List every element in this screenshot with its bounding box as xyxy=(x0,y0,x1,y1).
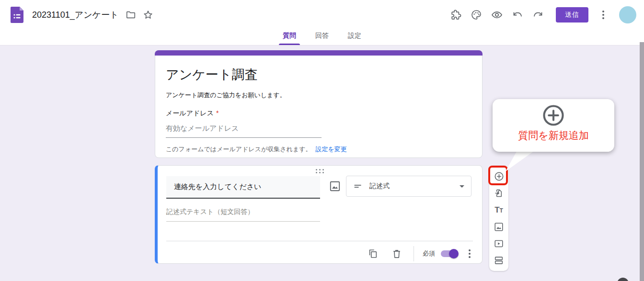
document-title[interactable]: 20231101_アンケート xyxy=(32,9,118,21)
form-description[interactable]: アンケート調査のご協力をお願いします。 xyxy=(166,91,286,100)
question-card: 連絡先を入力してください 記述式 記述式テキスト（短文回答） xyxy=(155,165,483,264)
forms-logo-icon[interactable] xyxy=(11,7,23,23)
send-button[interactable]: 送信 xyxy=(556,7,588,22)
help-button-peek[interactable] xyxy=(617,278,629,281)
add-section-icon[interactable] xyxy=(493,255,505,266)
question-type-dropdown[interactable]: 記述式 xyxy=(346,176,472,197)
required-asterisk: * xyxy=(216,109,218,117)
drag-handle-icon[interactable] xyxy=(316,169,324,173)
google-forms-editor: 20231101_アンケート xyxy=(0,0,644,281)
email-collection-notice: このフォームではメールアドレスが収集されます。設定を変更 xyxy=(166,145,347,154)
required-toggle[interactable] xyxy=(441,250,457,257)
question-actions: 必須 xyxy=(368,244,475,264)
plus-circle-icon xyxy=(541,103,566,128)
email-field-label: メールアドレス* xyxy=(166,109,218,118)
account-avatar[interactable] xyxy=(619,6,636,23)
question-more-icon[interactable] xyxy=(464,249,475,258)
form-header-card: アンケート調査 アンケート調査のご協力をお願いします。 メールアドレス* 有効な… xyxy=(155,50,483,158)
redo-icon[interactable] xyxy=(532,9,544,21)
callout-tail xyxy=(501,150,539,174)
annotation-callout: 質問を新規追加 xyxy=(493,99,614,152)
insert-toolbar: TT xyxy=(489,166,508,271)
duplicate-icon[interactable] xyxy=(368,248,378,259)
email-input[interactable]: 有効なメールアドレス xyxy=(166,124,322,138)
scrollbar[interactable] xyxy=(640,42,644,281)
add-image-icon[interactable] xyxy=(329,180,341,192)
add-image-toolbar-icon[interactable] xyxy=(493,221,505,233)
toolbar-separator xyxy=(414,246,414,261)
import-questions-icon[interactable] xyxy=(493,187,505,199)
form-title[interactable]: アンケート調査 xyxy=(166,66,258,83)
delete-icon[interactable] xyxy=(391,248,402,259)
tab-settings[interactable]: 設定 xyxy=(345,30,364,45)
question-title-input[interactable]: 連絡先を入力してください xyxy=(166,176,320,199)
required-label: 必須 xyxy=(423,249,435,258)
short-answer-placeholder: 記述式テキスト（短文回答） xyxy=(166,208,320,222)
top-bar: 20231101_アンケート xyxy=(0,0,644,30)
callout-text: 質問を新規追加 xyxy=(518,129,589,142)
question-type-label: 記述式 xyxy=(369,182,390,191)
folder-icon[interactable] xyxy=(125,9,137,21)
short-answer-icon xyxy=(353,181,363,191)
dropdown-caret-icon xyxy=(460,185,464,188)
tab-questions[interactable]: 質問 xyxy=(280,30,299,45)
tab-responses[interactable]: 回答 xyxy=(312,30,332,45)
theme-color-bar xyxy=(155,50,483,56)
change-settings-link[interactable]: 設定を変更 xyxy=(315,146,346,153)
preview-eye-icon[interactable] xyxy=(491,9,503,21)
more-options-icon[interactable] xyxy=(598,11,609,19)
form-canvas: アンケート調査 アンケート調査のご協力をお願いします。 メールアドレス* 有効な… xyxy=(0,45,644,281)
star-icon[interactable] xyxy=(142,9,154,21)
add-title-icon[interactable]: TT xyxy=(493,204,505,215)
add-video-icon[interactable] xyxy=(493,238,505,249)
editor-tabs: 質問 回答 設定 xyxy=(0,30,644,45)
palette-icon[interactable] xyxy=(471,9,482,21)
addons-icon[interactable] xyxy=(450,9,461,21)
card-divider xyxy=(166,241,473,241)
undo-icon[interactable] xyxy=(512,9,523,21)
